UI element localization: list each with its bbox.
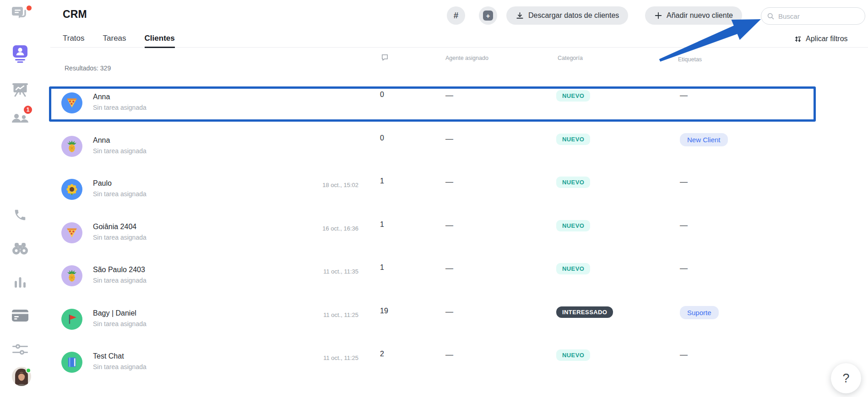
- client-last-date: 16 oct., 16:36: [270, 225, 358, 232]
- tags-cell: —: [680, 90, 688, 99]
- sidebar-item-contacts[interactable]: 1: [10, 108, 30, 128]
- sidebar-item-crm[interactable]: [10, 44, 30, 64]
- tab-tratos[interactable]: Tratos: [63, 34, 85, 48]
- column-header-agent: Agente asignado: [445, 55, 488, 61]
- results-count: Resultados: 329: [65, 64, 111, 72]
- chat-count: 2: [380, 350, 384, 358]
- add-board-button[interactable]: +: [479, 6, 497, 25]
- plus-square-icon: +: [483, 11, 493, 21]
- category-cell: NUEVO: [556, 177, 590, 188]
- sidebar-item-calls[interactable]: [10, 205, 30, 225]
- chat-count: 0: [380, 91, 384, 99]
- client-row[interactable]: Test Chat Sin tarea asignada 11 oct., 11…: [37, 341, 868, 384]
- sidebar-item-billing[interactable]: [10, 306, 30, 326]
- category-cell: INTERESSADO: [556, 306, 613, 318]
- pineapple-avatar-icon: [61, 136, 82, 157]
- client-name: São Paulo 2403: [93, 266, 145, 274]
- tags-cell: —: [680, 176, 688, 185]
- client-name: Goiânia 2404: [93, 223, 136, 231]
- empty-tag-dash: —: [680, 221, 688, 230]
- client-row[interactable]: Paulo Sin tarea asignada 18 oct., 15:02 …: [37, 168, 868, 211]
- client-name: Bagy | Daniel: [93, 309, 136, 317]
- pizza-avatar-icon: [61, 92, 82, 113]
- sunflower-avatar-icon: [61, 179, 82, 200]
- category-cell: NUEVO: [556, 349, 590, 361]
- page-title: CRM: [63, 8, 87, 21]
- sidebar-item-settings[interactable]: [10, 339, 30, 359]
- client-row[interactable]: São Paulo 2403 Sin tarea asignada 11 oct…: [37, 254, 868, 298]
- column-header-tags: Etiquetas: [678, 56, 702, 63]
- client-task-status: Sin tarea asignada: [93, 147, 146, 155]
- client-task-status: Sin tarea asignada: [93, 363, 146, 370]
- help-button[interactable]: ?: [831, 363, 861, 393]
- apply-filters-label: Aplicar filtros: [806, 35, 848, 43]
- online-status-dot: [26, 368, 31, 373]
- notification-badge: 1: [23, 105, 33, 115]
- chat-count: 1: [380, 177, 384, 185]
- client-last-date: 11 oct., 11:25: [270, 311, 358, 318]
- hash-button[interactable]: #: [447, 6, 465, 25]
- client-row[interactable]: Bagy | Daniel Sin tarea asignada 11 oct.…: [37, 298, 868, 341]
- pizza-avatar-icon: [61, 222, 82, 243]
- client-last-date: 11 oct., 11:25: [270, 354, 358, 361]
- client-name: Test Chat: [93, 352, 124, 360]
- row-highlight-border: [49, 86, 816, 122]
- empty-tag-dash: —: [680, 177, 688, 186]
- chat-count: 19: [380, 307, 388, 315]
- assigned-agent-value: —: [445, 307, 453, 317]
- plus-icon: [654, 11, 662, 20]
- client-last-date: 11 oct., 11:35: [270, 268, 358, 275]
- book-avatar-icon: [61, 352, 82, 373]
- category-cell: NUEVO: [556, 263, 590, 274]
- assigned-agent-value: —: [445, 350, 453, 359]
- chat-count: 1: [380, 263, 384, 272]
- assigned-agent-value: —: [445, 221, 453, 230]
- search-icon: [767, 12, 775, 20]
- empty-tag-dash: —: [680, 264, 688, 273]
- column-header-category: Categoría: [558, 55, 583, 61]
- client-task-status: Sin tarea asignada: [93, 234, 146, 241]
- search-box[interactable]: [761, 7, 865, 25]
- category-badge: NUEVO: [556, 134, 590, 145]
- apply-filters-button[interactable]: Aplicar filtros: [794, 35, 848, 43]
- client-row[interactable]: Anna Sin tarea asignada 0 — NUEVO New Cl…: [37, 125, 868, 168]
- client-last-date: 18 oct., 15:02: [270, 182, 358, 188]
- add-client-button[interactable]: Añadir nuevo cliente: [645, 6, 742, 25]
- client-task-status: Sin tarea asignada: [93, 277, 146, 284]
- notification-dot: [27, 5, 32, 11]
- assigned-agent-value: —: [445, 134, 453, 144]
- sidebar-item-stats[interactable]: [10, 273, 30, 293]
- pineapple-avatar-icon: [61, 265, 82, 286]
- sidebar-item-search[interactable]: [10, 239, 30, 259]
- category-badge: NUEVO: [556, 177, 590, 188]
- tags-cell: —: [680, 349, 688, 358]
- category-badge: NUEVO: [556, 349, 590, 361]
- client-row[interactable]: Anna Sin tarea asignada 0 — NUEVO —: [37, 81, 868, 125]
- filter-sort-icon: [794, 35, 802, 43]
- client-task-status: Sin tarea asignada: [93, 104, 146, 111]
- add-client-label: Añadir nuevo cliente: [667, 11, 733, 20]
- tags-cell: —: [680, 263, 688, 272]
- assigned-agent-value: —: [445, 264, 453, 273]
- client-name: Paulo: [93, 179, 112, 188]
- sidebar: 1: [0, 0, 37, 397]
- flag-avatar-icon: [61, 309, 82, 330]
- client-task-status: Sin tarea asignada: [93, 190, 146, 198]
- search-input[interactable]: [778, 12, 859, 20]
- client-row[interactable]: Goiânia 2404 Sin tarea asignada 16 oct.,…: [37, 211, 868, 255]
- client-task-status: Sin tarea asignada: [93, 320, 146, 327]
- category-cell: NUEVO: [556, 220, 590, 231]
- chat-bubble-icon: [380, 53, 389, 62]
- category-badge: NUEVO: [556, 90, 590, 102]
- category-badge: NUEVO: [556, 220, 590, 231]
- download-clients-button[interactable]: Descargar datos de clientes: [506, 6, 628, 25]
- client-rows: Anna Sin tarea asignada 0 — NUEVO — Anna…: [37, 81, 868, 384]
- client-name: Anna: [93, 93, 110, 101]
- tab-tareas[interactable]: Tareas: [103, 34, 126, 48]
- category-cell: NUEVO: [556, 90, 590, 102]
- tab-clientes[interactable]: Clientes: [145, 34, 175, 48]
- chat-count-column-icon: [380, 53, 389, 63]
- tags-cell: Suporte: [680, 306, 719, 319]
- sidebar-item-dashboard[interactable]: [10, 80, 30, 100]
- assigned-agent-value: —: [445, 177, 453, 187]
